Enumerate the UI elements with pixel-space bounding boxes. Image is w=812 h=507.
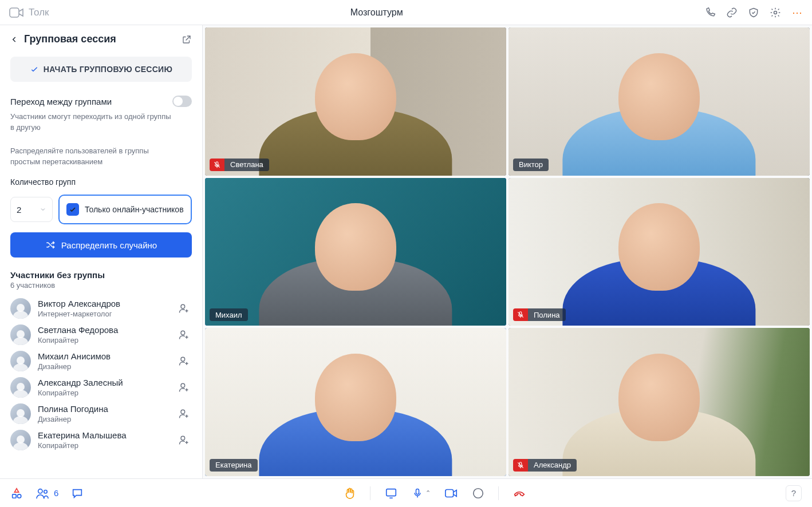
shuffle-button[interactable]: Распределить случайно: [10, 232, 192, 258]
record-button[interactable]: [472, 487, 484, 500]
svg-point-12: [17, 494, 21, 497]
add-to-group-button[interactable]: [176, 300, 192, 316]
tile-name: Светлана: [224, 159, 269, 171]
shield-icon[interactable]: [748, 7, 759, 18]
svg-point-4: [181, 358, 185, 362]
participant-role: Дизайнер: [38, 362, 169, 371]
participant-row[interactable]: Полина Погодина Дизайнер: [5, 401, 198, 427]
participant-role: Копирайтер: [38, 389, 169, 398]
participant-name: Екатерина Малышева: [38, 430, 169, 441]
toolbar-left: 6: [10, 487, 84, 500]
add-to-group-button[interactable]: [176, 327, 192, 343]
end-call-button[interactable]: [513, 487, 526, 500]
add-to-group-button[interactable]: [176, 353, 192, 369]
panel-header: Групповая сессия: [0, 25, 202, 57]
svg-point-14: [44, 490, 48, 493]
video-grid: Светлана Виктор Михаил: [205, 27, 810, 476]
start-session-label: НАЧАТЬ ГРУППОВУЮ СЕССИЮ: [44, 65, 172, 74]
participant-name: Полина Погодина: [38, 404, 169, 415]
participant-row[interactable]: Михаил Анисимов Дизайнер: [5, 348, 198, 374]
video-tile[interactable]: Михаил: [205, 178, 506, 326]
tile-name: Михаил: [210, 308, 248, 321]
move-between-row: Переход между группами: [0, 96, 202, 112]
participant-info: Виктор Александров Интернет-маркетолог: [38, 299, 169, 319]
groups-count-select[interactable]: 2: [10, 197, 53, 222]
video-area: Светлана Виктор Михаил: [203, 25, 812, 478]
ungrouped-count: 6 участников: [0, 280, 202, 295]
person-silhouette: [259, 346, 452, 476]
settings-icon[interactable]: [770, 7, 781, 18]
move-between-toggle[interactable]: [172, 96, 192, 107]
header-actions: ⋯: [704, 7, 803, 18]
person-silhouette: [259, 196, 452, 326]
svg-point-6: [181, 410, 185, 414]
mic-chevron-icon[interactable]: ⌃: [425, 489, 431, 497]
video-tile[interactable]: Екатерина: [205, 328, 506, 476]
meeting-title: Мозгоштурм: [49, 7, 705, 18]
participant-info: Полина Погодина Дизайнер: [38, 404, 169, 424]
participant-name: Виктор Александров: [38, 299, 169, 310]
svg-point-7: [181, 437, 185, 441]
help-button[interactable]: ?: [786, 485, 802, 501]
svg-rect-0: [10, 8, 19, 17]
groups-count-label: Количество групп: [10, 177, 76, 187]
groups-config-row: 2 Только онлайн-участников: [0, 191, 202, 232]
online-only-label: Только онлайн-участников: [85, 205, 184, 214]
ungrouped-title: Участники без группы: [0, 270, 202, 280]
video-tile[interactable]: Александр: [509, 328, 810, 476]
tile-name: Александр: [528, 459, 577, 472]
add-to-group-button[interactable]: [176, 432, 192, 448]
chat-button[interactable]: [71, 487, 84, 500]
muted-icon: [513, 459, 528, 472]
avatar: [10, 351, 31, 371]
video-tile[interactable]: Виктор: [509, 27, 810, 176]
participant-role: Копирайтер: [38, 441, 169, 450]
avatar: [10, 403, 31, 424]
open-external-icon[interactable]: [182, 34, 192, 45]
online-only-checkbox[interactable]: Только онлайн-участников: [58, 195, 192, 224]
name-tag: Светлана: [210, 159, 269, 171]
avatar: [10, 430, 31, 450]
camera-button[interactable]: [444, 488, 458, 499]
participant-info: Михаил Анисимов Дизайнер: [38, 351, 169, 371]
back-button[interactable]: [10, 35, 18, 43]
svg-point-2: [181, 305, 185, 309]
participant-role: Интернет-маркетолог: [38, 310, 169, 319]
participant-row[interactable]: Светлана Федорова Копирайтер: [5, 322, 198, 348]
call-icon[interactable]: [704, 7, 716, 18]
participant-info: Екатерина Малышева Копирайтер: [38, 430, 169, 450]
share-screen-button[interactable]: [384, 487, 398, 500]
add-to-group-button[interactable]: [176, 379, 192, 395]
video-tile[interactable]: Полина: [509, 178, 810, 326]
separator: [498, 486, 499, 500]
participant-name: Светлана Федорова: [38, 325, 169, 336]
participant-row[interactable]: Александр Залесный Копирайтер: [5, 374, 198, 401]
tile-name: Екатерина: [210, 459, 258, 472]
video-tile[interactable]: Светлана: [205, 27, 506, 176]
person-silhouette: [563, 45, 756, 176]
checkbox-checked-icon: [66, 203, 79, 216]
svg-point-13: [38, 489, 42, 493]
shapes-icon[interactable]: [10, 487, 23, 500]
start-session-button[interactable]: НАЧАТЬ ГРУППОВУЮ СЕССИЮ: [10, 57, 192, 82]
participants-button[interactable]: [36, 487, 49, 500]
app-header: Толк Мозгоштурм ⋯: [0, 0, 812, 25]
participant-row[interactable]: Виктор Александров Интернет-маркетолог: [5, 295, 198, 322]
participant-info: Александр Залесный Копирайтер: [38, 378, 169, 398]
svg-point-5: [181, 384, 185, 388]
add-to-group-button[interactable]: [176, 406, 192, 422]
link-icon[interactable]: [726, 7, 738, 18]
person-silhouette: [563, 346, 756, 476]
video-scene: [205, 328, 506, 476]
participant-info: Светлана Федорова Копирайтер: [38, 325, 169, 345]
move-between-desc: Участники смогут переходить из одной гру…: [10, 112, 192, 133]
more-icon[interactable]: ⋯: [791, 7, 803, 18]
microphone-button[interactable]: ⌃: [412, 487, 431, 500]
svg-rect-16: [416, 489, 419, 494]
call-toolbar: 6 ⌃ ?: [0, 478, 812, 507]
raise-hand-button[interactable]: [344, 487, 356, 500]
participant-row[interactable]: Екатерина Малышева Копирайтер: [5, 427, 198, 453]
avatar: [10, 377, 31, 398]
svg-point-18: [473, 488, 483, 498]
muted-icon: [210, 159, 224, 171]
